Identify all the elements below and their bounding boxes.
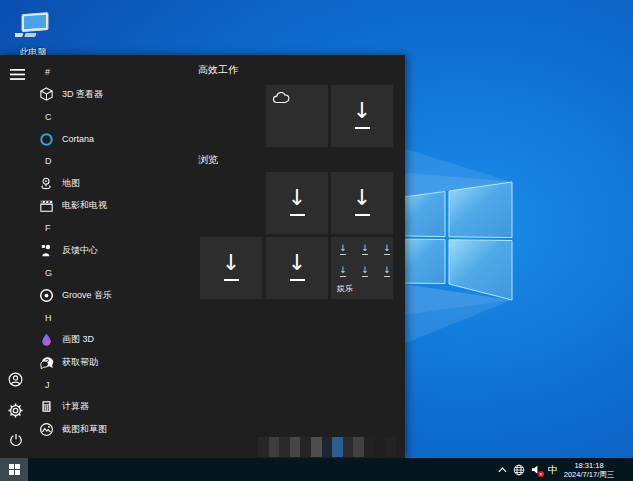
- download-arrow-icon: ↓: [200, 251, 262, 275]
- maps-icon: [38, 176, 54, 192]
- settings-gear-icon[interactable]: [6, 401, 24, 419]
- applist-item-3d-viewer[interactable]: 3D 查看器: [38, 83, 188, 105]
- clock-time: 18:31:18: [574, 461, 603, 470]
- start-button[interactable]: [0, 458, 28, 481]
- windows-logo-wallpaper: [396, 182, 512, 300]
- windows-logo-icon: [9, 464, 20, 475]
- tile-folder-entertainment[interactable]: ↓ ↓ ↓ ↓ ↓ ↓ 娱乐: [331, 237, 393, 299]
- applist-item-groove-music[interactable]: Groove 音乐: [38, 284, 188, 306]
- download-arrow-icon: ↓: [331, 186, 393, 210]
- applist-letter-h[interactable]: H: [45, 307, 195, 329]
- download-arrow-icon: ↓: [383, 266, 391, 277]
- feedback-hub-icon: [38, 243, 54, 259]
- desktop-icon-this-pc[interactable]: 此电脑: [6, 10, 60, 59]
- applist-letter-g[interactable]: G: [45, 262, 195, 284]
- globe-network-icon[interactable]: [512, 463, 526, 477]
- mute-x-badge: ×: [538, 471, 544, 477]
- applist-item-snip-sketch[interactable]: 截图和草图: [38, 418, 188, 440]
- cortana-icon: [38, 131, 54, 147]
- onedrive-cloud-icon: [272, 92, 291, 104]
- taskbar-clock[interactable]: 18:31:18 2024/7/17/周三: [562, 461, 616, 479]
- tile-group-title-productivity[interactable]: 高效工作: [198, 63, 238, 77]
- 3d-viewer-icon: [38, 86, 54, 102]
- applist-letter-c[interactable]: C: [45, 106, 195, 128]
- cutoff-tile-row: [258, 437, 396, 457]
- applist-item-get-help[interactable]: ? 获取帮助: [38, 351, 188, 373]
- system-tray: × 中 18:31:18 2024/7/17/周三: [495, 458, 633, 481]
- folder-tile-label: 娱乐: [337, 283, 353, 294]
- this-pc-icon: [15, 10, 51, 40]
- speaker-muted-icon[interactable]: ×: [529, 463, 543, 477]
- download-arrow-icon: ↓: [266, 186, 328, 210]
- tile-pending-download-3[interactable]: ↓: [331, 172, 393, 234]
- applist-item-paint-3d[interactable]: 画图 3D: [38, 329, 188, 351]
- svg-text:?: ?: [44, 357, 48, 364]
- download-arrow-icon: ↓: [361, 266, 369, 277]
- applist-item-cortana[interactable]: Cortana: [38, 128, 188, 150]
- download-arrow-icon: ↓: [339, 244, 347, 255]
- start-menu: # 3D 查看器 C Cortana D 地图: [0, 55, 405, 458]
- get-help-icon: ?: [38, 354, 54, 370]
- download-arrow-icon: ↓: [331, 99, 393, 123]
- taskbar: × 中 18:31:18 2024/7/17/周三: [0, 458, 633, 481]
- tile-pending-download-5[interactable]: ↓: [266, 237, 328, 299]
- power-icon[interactable]: [7, 431, 25, 449]
- groove-music-icon: [38, 287, 54, 303]
- applist-letter-f[interactable]: F: [45, 217, 195, 239]
- calculator-icon: [38, 399, 54, 415]
- applist-item-feedback-hub[interactable]: 反馈中心: [38, 240, 188, 262]
- user-avatar-icon[interactable]: [6, 370, 24, 388]
- applist-letter-hash[interactable]: #: [45, 61, 195, 83]
- download-arrow-icon: ↓: [383, 244, 391, 255]
- applist-item-maps[interactable]: 地图: [38, 173, 188, 195]
- movies-tv-icon: [38, 198, 54, 214]
- download-arrow-icon: ↓: [266, 251, 328, 275]
- snip-sketch-icon: [38, 421, 54, 437]
- clock-date: 2024/7/17/周三: [564, 470, 614, 479]
- applist-item-movies-tv[interactable]: 电影和电视: [38, 195, 188, 217]
- tile-onedrive[interactable]: [266, 85, 328, 147]
- ime-indicator[interactable]: 中: [548, 463, 558, 477]
- tile-pending-download-1[interactable]: ↓: [331, 85, 393, 147]
- download-arrow-icon: ↓: [361, 244, 369, 255]
- applist-item-calculator[interactable]: 计算器: [38, 396, 188, 418]
- tile-pending-download-4[interactable]: ↓: [200, 237, 262, 299]
- tile-group-title-browse[interactable]: 浏览: [198, 153, 218, 167]
- hamburger-icon[interactable]: [8, 65, 26, 83]
- paint-3d-icon: [38, 332, 54, 348]
- applist-letter-d[interactable]: D: [45, 150, 195, 172]
- applist-letter-j[interactable]: J: [45, 374, 195, 396]
- chevron-up-icon[interactable]: [495, 463, 509, 477]
- tile-pending-download-2[interactable]: ↓: [266, 172, 328, 234]
- download-arrow-icon: ↓: [339, 266, 347, 277]
